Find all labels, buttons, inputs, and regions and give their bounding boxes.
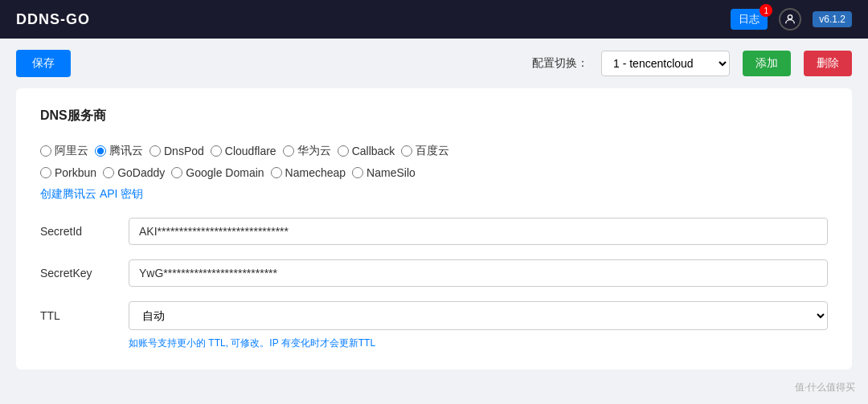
ttl-select[interactable]: 自动 60 120 300 600 <box>129 301 828 330</box>
secret-key-input[interactable] <box>129 259 828 287</box>
add-button[interactable]: 添加 <box>743 51 791 76</box>
radio-cloudflare[interactable]: Cloudflare <box>211 145 276 157</box>
app-logo: DDNS-GO <box>16 11 90 28</box>
secret-key-row: SecretKey <box>40 259 828 287</box>
dns-provider-row1: 阿里云 腾讯云 DnsPod Cloudflare 华为云 Callback 百… <box>40 144 828 158</box>
version-badge: v6.1.2 <box>813 11 852 27</box>
app-header: DDNS-GO 日志 1 v6.1.2 <box>0 0 868 39</box>
radio-dnspod[interactable]: DnsPod <box>149 145 204 157</box>
radio-baidu[interactable]: 百度云 <box>401 144 449 158</box>
ttl-row: TTL 自动 60 120 300 600 <box>40 301 828 330</box>
watermark: 值·什么值得买 <box>795 381 855 394</box>
user-icon[interactable] <box>779 8 801 31</box>
delete-button[interactable]: 删除 <box>804 51 852 76</box>
radio-tengxun[interactable]: 腾讯云 <box>95 144 143 158</box>
secret-key-label: SecretKey <box>40 267 129 280</box>
radio-huawei[interactable]: 华为云 <box>283 144 331 158</box>
log-badge: 1 <box>760 4 772 17</box>
ttl-label: TTL <box>40 309 129 322</box>
secret-id-row: SecretId <box>40 218 828 245</box>
watermark-text: 值·什么值得买 <box>795 381 855 394</box>
save-button[interactable]: 保存 <box>16 50 71 77</box>
card-title: DNS服务商 <box>40 108 828 124</box>
radio-googledomain[interactable]: Google Domain <box>171 166 264 179</box>
svg-point-0 <box>788 15 792 19</box>
toolbar: 保存 配置切换： 1 - tencentcloud 添加 删除 <box>0 39 868 88</box>
radio-namesilo[interactable]: NameSilo <box>352 166 416 179</box>
radio-callback[interactable]: Callback <box>338 145 395 157</box>
log-button[interactable]: 日志 1 <box>731 9 768 30</box>
dns-card: DNS服务商 阿里云 腾讯云 DnsPod Cloudflare 华为云 Cal… <box>16 88 852 369</box>
radio-godaddy[interactable]: GoDaddy <box>103 166 165 179</box>
dns-provider-row2: Porkbun GoDaddy Google Domain Namecheap … <box>40 166 828 179</box>
radio-alyun[interactable]: 阿里云 <box>40 144 88 158</box>
radio-porkbun[interactable]: Porkbun <box>40 166 96 179</box>
create-api-link[interactable]: 创建腾讯云 API 密钥 <box>40 187 143 202</box>
secret-id-input[interactable] <box>129 218 828 245</box>
radio-namecheap[interactable]: Namecheap <box>271 166 346 179</box>
config-switch-label: 配置切换： <box>532 56 588 71</box>
config-select[interactable]: 1 - tencentcloud <box>601 51 730 76</box>
ttl-hint: 如账号支持更小的 TTL, 可修改。IP 有变化时才会更新TTL <box>129 337 828 350</box>
header-right: 日志 1 v6.1.2 <box>731 8 852 31</box>
secret-id-label: SecretId <box>40 225 129 238</box>
